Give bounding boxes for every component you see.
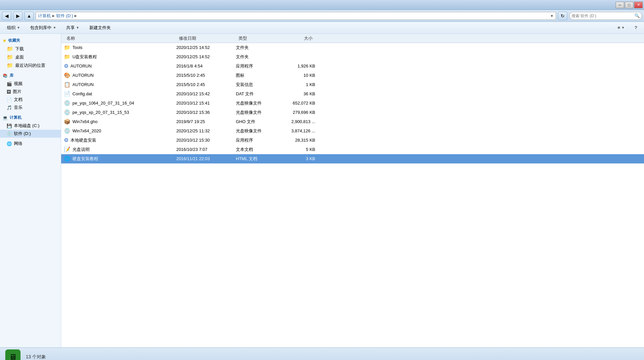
maximize-button[interactable]: □ bbox=[625, 2, 633, 8]
share-label: 共享 bbox=[66, 25, 75, 31]
sidebar-item-video[interactable]: 🎬 视频 bbox=[0, 80, 61, 88]
column-header-name[interactable]: 名称 bbox=[64, 34, 176, 43]
desktop-label: 桌面 bbox=[15, 54, 24, 60]
file-type-cell: GHO 文件 bbox=[236, 119, 276, 125]
file-size-cell: 5 KB bbox=[276, 147, 315, 152]
table-row[interactable]: 📄 Config.dat 2020/10/12 15:42 DAT 文件 36 … bbox=[61, 89, 644, 99]
table-row[interactable]: ⚙ 本地硬盘安装 2020/10/12 15:30 应用程序 28,315 KB bbox=[61, 136, 644, 145]
file-icon: 🌐 bbox=[64, 156, 70, 162]
table-row[interactable]: 📦 Win7x64.gho 2019/9/7 19:25 GHO 文件 2,90… bbox=[61, 117, 644, 126]
breadcrumb-dropdown-icon[interactable]: ▼ bbox=[550, 14, 554, 18]
organize-dropdown-icon: ▼ bbox=[17, 26, 20, 29]
file-date-cell: 2020/10/12 15:42 bbox=[176, 91, 236, 96]
file-icon: ⚙ bbox=[64, 137, 68, 143]
close-button[interactable]: ✕ bbox=[634, 2, 643, 8]
include-library-button[interactable]: 包含到库中 ▼ bbox=[26, 23, 60, 32]
file-date-cell: 2020/12/25 11:32 bbox=[176, 128, 236, 133]
sidebar-header-library[interactable]: 📚 库 bbox=[0, 71, 61, 80]
column-header-size[interactable]: 大小 bbox=[276, 34, 315, 43]
column-header-modified[interactable]: 修改日期 bbox=[176, 34, 236, 43]
sidebar-item-downloads[interactable]: 📁 下载 bbox=[0, 45, 61, 53]
search-input[interactable] bbox=[572, 14, 633, 18]
file-size-cell: 652,072 KB bbox=[276, 101, 315, 106]
table-row[interactable]: 💿 Win7x64_2020 2020/12/25 11:32 光盘映像文件 3… bbox=[61, 126, 644, 136]
breadcrumb-arrow-2: ▶ bbox=[74, 14, 77, 18]
file-date-cell: 2019/9/7 19:25 bbox=[176, 119, 236, 124]
minimize-button[interactable]: ─ bbox=[616, 2, 624, 8]
title-bar: ─ □ ✕ bbox=[0, 0, 644, 10]
file-name: 光盘说明 bbox=[72, 147, 90, 153]
table-row[interactable]: 💿 pe_yqs_xp_20_07_31_15_53 2020/10/12 15… bbox=[61, 108, 644, 117]
file-name: Tools bbox=[72, 45, 82, 50]
toolbar: 组织 ▼ 包含到库中 ▼ 共享 ▼ 新建文件夹 ≡ ▼ ? bbox=[0, 22, 644, 34]
sidebar-item-network[interactable]: 🌐 网络 bbox=[0, 140, 61, 148]
sidebar-header-computer[interactable]: 💻 计算机 bbox=[0, 113, 61, 122]
share-button[interactable]: 共享 ▼ bbox=[63, 23, 83, 32]
computer-label: 计算机 bbox=[10, 115, 21, 120]
new-folder-button[interactable]: 新建文件夹 bbox=[86, 23, 114, 32]
file-icon: 💿 bbox=[64, 109, 70, 115]
file-size-cell: 1,926 KB bbox=[276, 64, 315, 68]
refresh-button[interactable]: ↻ bbox=[558, 12, 567, 20]
sidebar-section-network: 🌐 网络 bbox=[0, 140, 61, 148]
table-row[interactable]: 💿 pe_yqs_1064_20_07_31_16_04 2020/10/12 … bbox=[61, 99, 644, 108]
file-name: 硬盘安装教程 bbox=[72, 156, 98, 162]
forward-button[interactable]: ▶ bbox=[13, 12, 22, 20]
organize-button[interactable]: 组织 ▼ bbox=[3, 23, 24, 32]
table-row[interactable]: 📁 Tools 2020/12/25 14:52 文件夹 bbox=[61, 43, 644, 52]
help-button[interactable]: ? bbox=[631, 23, 641, 32]
file-type-cell: 文件夹 bbox=[236, 45, 276, 51]
title-bar-controls: ─ □ ✕ bbox=[616, 2, 643, 8]
include-dropdown-icon: ▼ bbox=[53, 26, 56, 29]
file-date-cell: 2020/10/12 15:30 bbox=[176, 138, 236, 143]
file-name: Config.dat bbox=[72, 91, 92, 96]
view-button[interactable]: ≡ ▼ bbox=[614, 23, 628, 32]
drive-d-label: 软件 (D:) bbox=[14, 131, 31, 137]
sidebar-section-favorites: ★ 收藏夹 📁 下载 📁 桌面 📁 最近访问的位置 bbox=[0, 36, 61, 69]
up-button[interactable]: ▲ bbox=[24, 12, 34, 20]
table-row[interactable]: 🎨 AUTORUN 2015/5/10 2:45 图标 10 KB bbox=[61, 71, 644, 80]
sidebar-item-desktop[interactable]: 📁 桌面 bbox=[0, 53, 61, 61]
computer-icon: 💻 bbox=[3, 115, 8, 120]
document-icon: 📄 bbox=[7, 97, 12, 102]
include-library-label: 包含到库中 bbox=[30, 25, 52, 31]
table-row[interactable]: 📝 光盘说明 2016/10/23 7:07 文本文档 5 KB bbox=[61, 145, 644, 154]
file-name: 本地硬盘安装 bbox=[70, 137, 96, 143]
table-row[interactable]: 📋 AUTORUN 2015/5/10 2:45 安装信息 1 KB bbox=[61, 80, 644, 89]
breadcrumb-drive[interactable]: 软件 (D:) bbox=[56, 13, 73, 19]
file-name: AUTORUN bbox=[72, 82, 94, 87]
file-list-area: 名称 修改日期 类型 大小 📁 Tools 2020/12/25 14:52 文… bbox=[61, 34, 644, 347]
video-icon: 🎬 bbox=[7, 81, 12, 86]
sidebar-item-recent[interactable]: 📁 最近访问的位置 bbox=[0, 61, 61, 69]
file-name: U盘安装教程 bbox=[72, 54, 97, 60]
search-icon[interactable]: 🔍 bbox=[634, 13, 640, 18]
breadcrumb-computer[interactable]: 计算机 bbox=[38, 13, 51, 19]
sidebar-header-favorites[interactable]: ★ 收藏夹 bbox=[0, 36, 61, 45]
file-icon: 📝 bbox=[64, 146, 70, 153]
view-dropdown-icon: ▼ bbox=[622, 26, 625, 29]
table-row[interactable]: 📁 U盘安装教程 2020/12/25 14:52 文件夹 bbox=[61, 52, 644, 62]
file-name: pe_yqs_xp_20_07_31_15_53 bbox=[72, 110, 129, 115]
sidebar-item-picture[interactable]: 🖼 图片 bbox=[0, 88, 61, 96]
sidebar-item-drive-d[interactable]: 💿 软件 (D:) bbox=[0, 130, 61, 138]
sidebar-item-music[interactable]: 🎵 音乐 bbox=[0, 104, 61, 112]
table-row[interactable]: ⚙ AUTORUN 2016/1/8 4:54 应用程序 1,926 KB bbox=[61, 62, 644, 71]
file-date-cell: 2020/10/12 15:36 bbox=[176, 110, 236, 115]
view-icon: ≡ bbox=[618, 25, 620, 30]
column-header-type[interactable]: 类型 bbox=[236, 34, 276, 43]
drive-d-icon: 💿 bbox=[7, 131, 12, 136]
organize-label: 组织 bbox=[7, 25, 16, 31]
picture-label: 图片 bbox=[13, 89, 21, 95]
file-type-cell: 安装信息 bbox=[236, 82, 276, 88]
sidebar-item-drive-c[interactable]: 💾 本地磁盘 (C:) bbox=[0, 122, 61, 130]
file-icon: ⚙ bbox=[64, 63, 68, 69]
file-size-cell: 36 KB bbox=[276, 91, 315, 96]
back-button[interactable]: ◀ bbox=[2, 12, 11, 20]
file-name-cell: 🎨 AUTORUN bbox=[64, 72, 176, 78]
file-name-cell: 📦 Win7x64.gho bbox=[64, 118, 176, 125]
file-name-cell: ⚙ 本地硬盘安装 bbox=[64, 137, 176, 143]
video-label: 视频 bbox=[14, 81, 22, 87]
breadcrumb[interactable]: 计算机 ▶ 软件 (D:) ▶ ▼ bbox=[36, 12, 556, 20]
table-row[interactable]: 🌐 硬盘安装教程 2016/11/21 22:03 HTML 文档 3 KB bbox=[61, 154, 644, 163]
sidebar-item-document[interactable]: 📄 文档 bbox=[0, 96, 61, 104]
